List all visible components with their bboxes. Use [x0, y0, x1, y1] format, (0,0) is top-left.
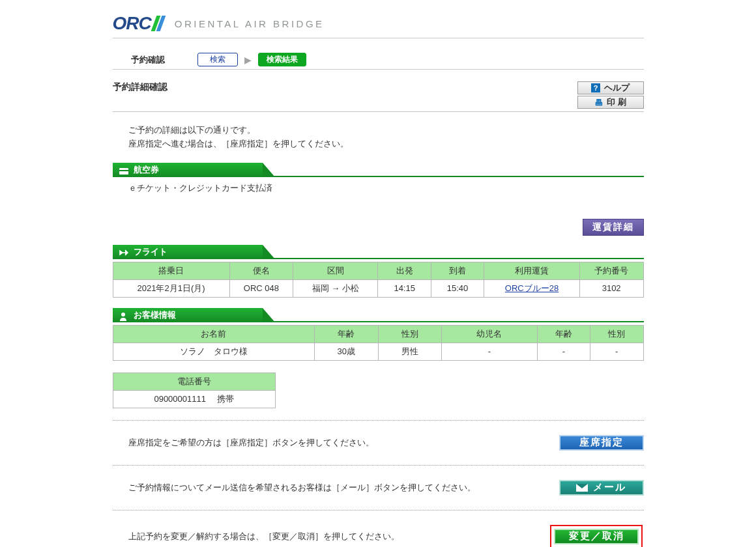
col-phone: 電話番号 — [113, 372, 275, 390]
cell-age: 30歳 — [314, 343, 378, 360]
change-cancel-button[interactable]: 変更／取消 — [554, 529, 639, 544]
cell-fare: ORCブルー28 — [484, 279, 580, 297]
divider-dotted — [113, 465, 644, 466]
print-label: 印 刷 — [607, 96, 626, 108]
table-header-row: 搭乗日 便名 区間 出発 到着 利用運賃 予約番号 — [113, 262, 643, 279]
chevron-right-icon: ▶ — [244, 55, 252, 65]
ticket-body: ｅチケット・クレジットカード支払済 — [113, 177, 644, 201]
plane-icon — [119, 249, 128, 255]
change-instruction: 上記予約を変更／解約する場合は、［変更／取消］を押してください。 — [128, 531, 400, 542]
section-header-flight: フライト — [113, 245, 263, 259]
table-header-row: お名前 年齢 性別 幼児名 年齢 性別 — [113, 325, 643, 343]
col-res: 予約番号 — [579, 262, 643, 279]
instructions: ご予約の詳細は以下の通りです。 座席指定へ進む場合は、［座席指定］を押してくださ… — [128, 124, 644, 151]
table-row: 2021年2月1日(月) ORC 048 福岡 → 小松 14:15 15:40… — [113, 279, 643, 297]
divider — [113, 38, 644, 38]
cell-gender2: - — [590, 343, 643, 360]
seat-instruction: 座席指定をご希望の方は［座席指定］ボタンを押してください。 — [128, 437, 374, 449]
breadcrumb: 予約確認 検索 ▶ 検索結果 — [113, 53, 644, 70]
col-flight-no: 便名 — [229, 262, 293, 279]
section-title: 航空券 — [134, 164, 159, 176]
section-header-ticket: 航空券 — [113, 163, 263, 177]
card-icon — [119, 167, 128, 173]
table-row: ソラノ タロウ様 30歳 男性 - - - — [113, 343, 643, 360]
phone-table: 電話番号 09000001111 携帯 — [113, 372, 276, 408]
divider-dotted — [113, 420, 644, 421]
cell-gender: 男性 — [378, 343, 442, 360]
section-title: お客様情報 — [134, 309, 176, 321]
highlight-box: 変更／取消 — [550, 525, 643, 547]
divider-dotted — [113, 510, 644, 511]
breadcrumb-step-search[interactable]: 検索 — [197, 53, 238, 66]
col-arr: 到着 — [431, 262, 484, 279]
print-button[interactable]: 🖶 印 刷 — [577, 96, 644, 109]
cell-segment: 福岡 → 小松 — [293, 279, 378, 297]
col-segment: 区間 — [293, 262, 378, 279]
col-name: お名前 — [113, 325, 314, 343]
customer-table: お名前 年齢 性別 幼児名 年齢 性別 ソラノ タロウ様 30歳 男性 - - … — [113, 325, 644, 361]
breadcrumb-label: 予約確認 — [131, 54, 165, 66]
breadcrumb-step-result: 検索結果 — [258, 53, 306, 66]
mail-instruction: ご予約情報についてメール送信を希望されるお客様は［メール］ボタンを押してください… — [128, 482, 476, 494]
instruction-line: 座席指定へ進む場合は、［座席指定］を押してください。 — [128, 137, 644, 151]
fare-details-button[interactable]: 運賃詳細 — [583, 219, 644, 236]
cell-flight-no: ORC 048 — [229, 279, 293, 297]
page-title: 予約詳細確認 — [113, 81, 167, 93]
col-dep: 出発 — [378, 262, 431, 279]
col-gender2: 性別 — [590, 325, 643, 343]
section-header-customer: お客様情報 — [113, 308, 263, 322]
logo-slash-icon — [153, 16, 163, 31]
flight-table: 搭乗日 便名 区間 出発 到着 利用運賃 予約番号 2021年2月1日(月) O… — [113, 262, 644, 298]
printer-icon: 🖶 — [594, 98, 603, 107]
col-gender: 性別 — [378, 325, 442, 343]
col-age2: 年齢 — [537, 325, 590, 343]
help-button[interactable]: ? ヘルプ — [577, 81, 644, 94]
instruction-line: ご予約の詳細は以下の通りです。 — [128, 124, 644, 137]
cell-reservation-no: 3102 — [579, 279, 643, 297]
help-icon: ? — [591, 83, 600, 92]
col-fare: 利用運賃 — [484, 262, 580, 279]
svg-point-2 — [121, 313, 125, 316]
cell-arr: 15:40 — [431, 279, 484, 297]
logo-subtitle: ORIENTAL AIR BRIDGE — [175, 18, 325, 29]
header-logo-row: ORC ORIENTAL AIR BRIDGE — [113, 13, 644, 34]
col-age: 年齢 — [314, 325, 378, 343]
mail-button[interactable]: メール — [559, 480, 644, 496]
mail-icon — [576, 484, 588, 492]
section-title: フライト — [134, 246, 167, 258]
divider — [113, 111, 644, 112]
cell-date: 2021年2月1日(月) — [113, 279, 229, 297]
help-label: ヘルプ — [604, 82, 630, 94]
svg-rect-1 — [119, 170, 128, 171]
cell-infant: - — [442, 343, 538, 360]
cell-phone: 09000001111 携帯 — [113, 390, 275, 408]
person-icon — [119, 312, 128, 318]
mail-button-label: メール — [593, 481, 626, 494]
seat-select-button[interactable]: 座席指定 — [559, 435, 644, 451]
cell-age2: - — [537, 343, 590, 360]
cell-name: ソラノ タロウ様 — [113, 343, 314, 360]
logo-main: ORC — [113, 13, 163, 34]
fare-link[interactable]: ORCブルー28 — [505, 283, 559, 293]
col-date: 搭乗日 — [113, 262, 229, 279]
col-infant: 幼児名 — [442, 325, 538, 343]
cell-dep: 14:15 — [378, 279, 431, 297]
